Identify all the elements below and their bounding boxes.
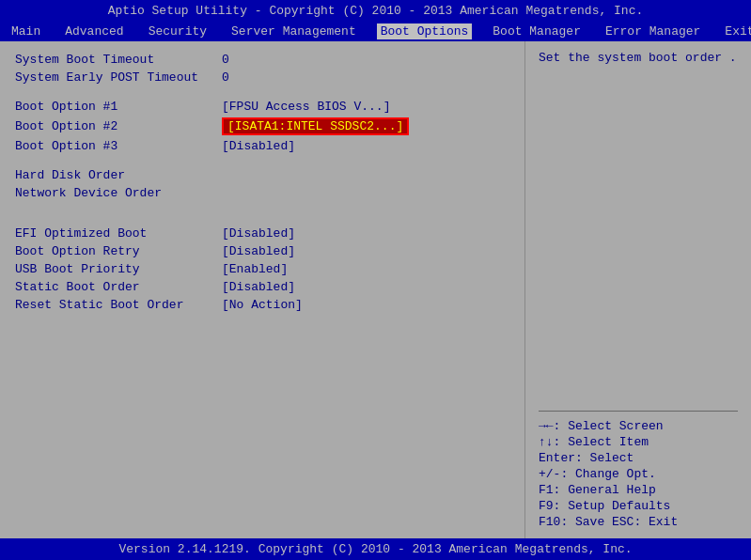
usb-boot-priority-row[interactable]: USB Boot Priority [Enabled] — [15, 260, 509, 278]
static-boot-order-label: Static Boot Order — [15, 280, 222, 294]
key-legend-item: +/-: Change Opt. — [539, 467, 738, 481]
boot-option-2-row[interactable]: Boot Option #2 [ISATA1:INTEL SSDSC2...] — [15, 116, 509, 137]
system-boot-timeout-label: System Boot Timeout — [15, 53, 222, 67]
boot-option-retry-value: [Disabled] — [222, 244, 295, 258]
menu-item-exit[interactable]: Exit — [721, 23, 751, 39]
spacer-3 — [15, 202, 509, 213]
static-boot-order-value: [Disabled] — [222, 280, 295, 294]
usb-boot-priority-value: [Enabled] — [222, 262, 288, 276]
key-legend: →←: Select Screen↑↓: Select ItemEnter: S… — [539, 419, 738, 529]
boot-option-1-label: Boot Option #1 — [15, 100, 222, 114]
menu-item-security[interactable]: Security — [145, 23, 211, 39]
help-text-content: Set the system boot order . — [539, 51, 737, 65]
boot-option-3-value: [Disabled] — [222, 139, 295, 153]
menu-item-server-management[interactable]: Server Management — [227, 23, 360, 39]
spacer-1 — [15, 86, 509, 98]
reset-static-boot-order-label: Reset Static Boot Order — [15, 298, 222, 312]
bottom-text: Version 2.14.1219. Copyright (C) 2010 - … — [118, 542, 632, 556]
key-legend-item: F1: General Help — [539, 483, 738, 497]
usb-boot-priority-label: USB Boot Priority — [15, 262, 222, 276]
system-early-post-timeout-value: 0 — [222, 70, 229, 85]
boot-option-3-row[interactable]: Boot Option #3 [Disabled] — [15, 137, 509, 155]
help-text: Set the system boot order . — [539, 51, 738, 403]
efi-optimized-boot-value: [Disabled] — [222, 226, 295, 241]
reset-static-boot-order-row[interactable]: Reset Static Boot Order [No Action] — [15, 296, 509, 314]
bottom-bar: Version 2.14.1219. Copyright (C) 2010 - … — [0, 538, 751, 560]
system-boot-timeout-row: System Boot Timeout 0 — [15, 51, 509, 69]
key-legend-item: F10: Save ESC: Exit — [539, 515, 738, 529]
boot-option-retry-row[interactable]: Boot Option Retry [Disabled] — [15, 242, 509, 260]
menu-item-advanced[interactable]: Advanced — [61, 23, 127, 39]
menu-item-error-manager[interactable]: Error Manager — [602, 23, 704, 39]
main-content: System Boot Timeout 0 System Early POST … — [0, 41, 751, 538]
title-text: Aptio Setup Utility - Copyright (C) 2010… — [108, 4, 644, 18]
title-bar: Aptio Setup Utility - Copyright (C) 2010… — [0, 0, 751, 22]
key-legend-item: F9: Setup Defaults — [539, 499, 738, 513]
menu-item-boot-options[interactable]: Boot Options — [377, 23, 473, 39]
system-boot-timeout-value: 0 — [222, 53, 229, 67]
efi-optimized-boot-label: EFI Optimized Boot — [15, 226, 222, 241]
boot-option-1-row[interactable]: Boot Option #1 [FPSU Access BIOS V...] — [15, 98, 509, 116]
spacer-4 — [15, 213, 509, 225]
efi-optimized-boot-row[interactable]: EFI Optimized Boot [Disabled] — [15, 225, 509, 242]
right-panel: Set the system boot order . →←: Select S… — [525, 41, 751, 538]
menu-bar: MainAdvancedSecurityServer ManagementBoo… — [0, 22, 751, 41]
system-early-post-timeout-label: System Early POST Timeout — [15, 70, 222, 85]
boot-option-1-value: [FPSU Access BIOS V...] — [222, 100, 390, 114]
network-device-order-link[interactable]: Network Device Order — [15, 184, 509, 202]
spacer-2 — [15, 155, 509, 166]
menu-item-main[interactable]: Main — [8, 23, 44, 39]
hard-disk-order-link[interactable]: Hard Disk Order — [15, 166, 509, 184]
static-boot-order-row[interactable]: Static Boot Order [Disabled] — [15, 278, 509, 296]
boot-option-2-value: [ISATA1:INTEL SSDSC2...] — [222, 117, 409, 135]
reset-static-boot-order-value: [No Action] — [222, 298, 303, 312]
key-legend-item: Enter: Select — [539, 451, 738, 465]
left-panel: System Boot Timeout 0 System Early POST … — [0, 41, 525, 538]
boot-option-2-label: Boot Option #2 — [15, 119, 222, 133]
boot-option-retry-label: Boot Option Retry — [15, 244, 222, 258]
boot-option-3-label: Boot Option #3 — [15, 139, 222, 153]
menu-item-boot-manager[interactable]: Boot Manager — [489, 23, 585, 39]
key-legend-item: →←: Select Screen — [539, 419, 738, 433]
divider — [539, 411, 738, 412]
app: Aptio Setup Utility - Copyright (C) 2010… — [0, 0, 751, 560]
key-legend-item: ↑↓: Select Item — [539, 435, 738, 449]
system-early-post-timeout-row: System Early POST Timeout 0 — [15, 69, 509, 86]
